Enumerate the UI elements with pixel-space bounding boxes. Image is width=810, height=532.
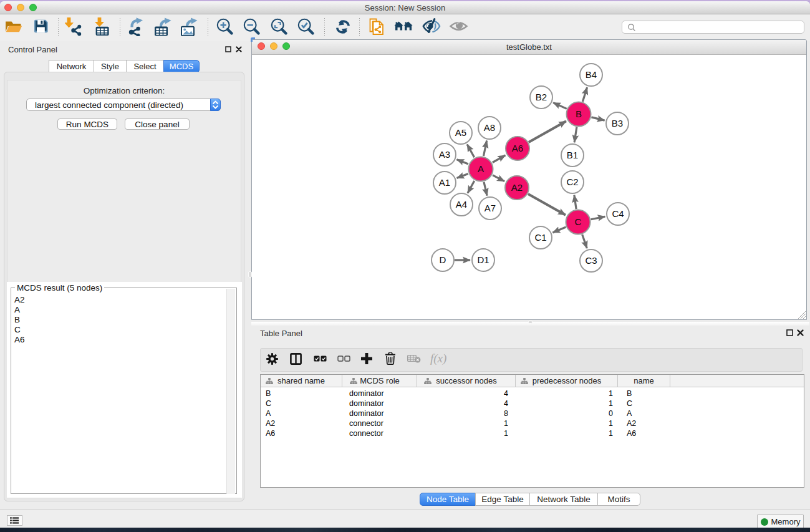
svg-text:C1: C1 xyxy=(534,232,546,243)
svg-text:B3: B3 xyxy=(612,118,623,128)
svg-text:D1: D1 xyxy=(477,254,489,265)
svg-text:C4: C4 xyxy=(612,208,624,219)
svg-text:A8: A8 xyxy=(484,122,495,133)
svg-text:C3: C3 xyxy=(585,255,597,266)
svg-text:A6: A6 xyxy=(512,143,523,153)
svg-text:A2: A2 xyxy=(511,182,523,193)
svg-text:A4: A4 xyxy=(456,199,467,210)
svg-text:B2: B2 xyxy=(536,92,547,102)
svg-text:A3: A3 xyxy=(439,149,450,160)
svg-text:A: A xyxy=(478,163,484,174)
svg-text:C2: C2 xyxy=(566,177,578,187)
svg-text:B1: B1 xyxy=(567,150,578,160)
svg-text:C: C xyxy=(575,216,582,227)
svg-text:A7: A7 xyxy=(485,203,496,213)
svg-text:B: B xyxy=(576,109,582,119)
svg-text:A1: A1 xyxy=(439,177,450,188)
svg-text:A5: A5 xyxy=(455,127,466,138)
svg-text:D: D xyxy=(440,254,446,265)
svg-text:B4: B4 xyxy=(586,69,597,80)
